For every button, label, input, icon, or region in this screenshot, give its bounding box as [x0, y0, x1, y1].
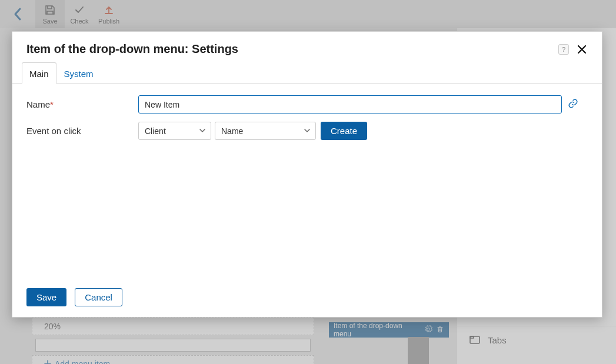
cancel-button[interactable]: Cancel — [75, 288, 122, 306]
event-target-value: Name — [221, 126, 243, 136]
add-menu-label: Add menu item — [55, 359, 110, 364]
check-icon — [74, 4, 85, 16]
toolbar-publish-label: Publish — [98, 18, 119, 25]
link-icon[interactable] — [568, 98, 578, 111]
right-panel-tabs-label: Tabs — [488, 335, 507, 345]
chevron-down-icon — [199, 126, 206, 136]
toolbar-save[interactable]: Save — [35, 0, 65, 28]
help-icon[interactable]: ? — [558, 44, 569, 55]
add-menu-item[interactable]: Add menu item — [32, 355, 314, 364]
back-button[interactable] — [0, 7, 35, 21]
right-panel-tabs-row[interactable]: Tabs — [457, 326, 616, 354]
trash-icon[interactable] — [432, 325, 444, 335]
save-button[interactable]: Save — [26, 288, 66, 306]
toolbar-publish[interactable]: Publish — [94, 0, 124, 28]
event-scope-select[interactable]: Client — [138, 122, 211, 140]
settings-dialog: Item of the drop-down menu: Settings ? M… — [12, 31, 602, 318]
background-column — [408, 337, 429, 364]
close-icon[interactable] — [576, 44, 588, 55]
tabs-icon — [469, 333, 481, 347]
name-input[interactable] — [138, 95, 562, 113]
toolbar-save-label: Save — [42, 18, 57, 25]
event-label: Event on click — [26, 126, 138, 136]
plus-icon — [44, 359, 51, 364]
inner-selector-box[interactable] — [35, 339, 311, 352]
event-scope-value: Client — [145, 126, 166, 136]
selected-caption: Item of the drop-down menu — [334, 322, 421, 338]
name-label: Name* — [26, 99, 138, 109]
toolbar-check-label: Check — [70, 18, 88, 25]
event-target-select[interactable]: Name — [215, 122, 316, 140]
percent-row: 20% — [32, 318, 314, 335]
background-toolbar: Save Check Publish — [0, 0, 616, 28]
publish-icon — [104, 4, 114, 16]
gear-icon[interactable] — [421, 325, 432, 335]
svg-rect-0 — [470, 336, 480, 343]
background-bottom-block: 20% Add menu item — [32, 318, 314, 364]
save-icon — [45, 4, 55, 16]
toolbar-check[interactable]: Check — [65, 0, 94, 28]
tab-system[interactable]: System — [56, 62, 101, 84]
create-button[interactable]: Create — [321, 122, 367, 140]
tab-main[interactable]: Main — [22, 62, 56, 84]
dialog-title: Item of the drop-down menu: Settings — [26, 42, 558, 56]
selected-element-chip[interactable]: Item of the drop-down menu — [329, 322, 449, 338]
dialog-tabs: Main System — [12, 62, 602, 84]
chevron-down-icon — [304, 126, 311, 136]
